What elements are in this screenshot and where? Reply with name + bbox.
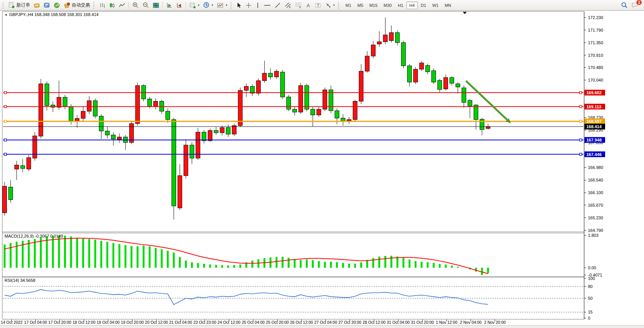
zoom-in-button[interactable]	[131, 1, 140, 10]
auto-trading-label: 自动交易	[72, 2, 90, 8]
candle	[401, 43, 406, 66]
new-chart-button[interactable]: ▾	[188, 1, 201, 10]
zoom-out-button[interactable]	[141, 1, 151, 10]
candle	[462, 88, 466, 102]
timeframe-button-d1[interactable]: D1	[418, 2, 429, 9]
svg-text:167.948: 167.948	[586, 138, 602, 142]
quotes-button[interactable]	[32, 1, 42, 10]
bar-chart-icon	[99, 2, 105, 8]
cursor-button[interactable]	[235, 1, 243, 10]
chart-header: ▼GBPJPY-,H4 168.348 168.508 168.301 168.…	[5, 12, 98, 17]
horizontal-line-button[interactable]	[262, 1, 272, 10]
candle	[220, 127, 224, 132]
text-label-button[interactable]: T	[313, 1, 323, 10]
text-button[interactable]: A	[304, 1, 313, 10]
notifications-button[interactable]: 1	[630, 1, 640, 10]
svg-text:21 Oct 04:00: 21 Oct 04:00	[169, 320, 192, 325]
timeframe-button-m1[interactable]: M1	[342, 2, 354, 9]
auto-scroll-button[interactable]	[165, 1, 174, 10]
candle	[244, 86, 249, 90]
svg-text:24 Oct 12:00: 24 Oct 12:00	[218, 320, 241, 325]
candle	[353, 101, 357, 119]
periods-caret: ▾	[212, 3, 213, 7]
candle	[419, 63, 424, 69]
auto-scroll-icon	[166, 2, 172, 8]
candle	[335, 111, 339, 118]
chart-shift-icon	[176, 2, 182, 8]
candle	[268, 73, 273, 77]
toolbar-grip[interactable]	[338, 2, 340, 9]
svg-text:F: F	[299, 6, 301, 9]
svg-text:27 Oct 20:00: 27 Oct 20:00	[339, 320, 361, 325]
new-order-icon	[8, 2, 15, 8]
trendline-button[interactable]	[273, 1, 282, 10]
candle	[99, 116, 103, 131]
tile-windows-button[interactable]	[151, 1, 161, 10]
candle	[190, 145, 194, 158]
crosshair-button[interactable]	[244, 1, 253, 10]
timeframe-button-m5[interactable]: M5	[354, 2, 366, 9]
hline-handle	[4, 139, 6, 141]
candle	[111, 135, 116, 139]
market-watch-button[interactable]	[42, 1, 51, 10]
candle	[389, 32, 393, 40]
candle	[3, 186, 7, 213]
signal-icon	[54, 2, 60, 8]
svg-text:167.446: 167.446	[586, 152, 602, 157]
candle	[456, 84, 460, 87]
candle	[75, 118, 79, 121]
hline-handle	[580, 120, 582, 122]
candle	[8, 187, 13, 199]
new-order-button[interactable]: 新订单	[7, 1, 32, 10]
candle	[226, 127, 230, 134]
arrows-button[interactable]: ▾	[324, 1, 336, 10]
svg-text:171.350: 171.350	[588, 40, 603, 45]
svg-text:100: 100	[588, 276, 595, 281]
toolbar-grip[interactable]	[3, 2, 5, 9]
candlestick-button[interactable]	[108, 1, 117, 10]
candle	[33, 136, 37, 158]
candle	[365, 56, 369, 71]
equidistant-channel-button[interactable]: E	[283, 1, 293, 10]
candle	[172, 119, 176, 206]
fibonacci-button[interactable]: F	[294, 1, 304, 10]
templates-button[interactable]: ▾	[215, 1, 229, 10]
toolbar-separator	[162, 2, 163, 9]
toolbar-separator	[128, 2, 129, 9]
timeframe-button-h1[interactable]: H1	[395, 2, 406, 9]
bar-chart-button[interactable]	[98, 1, 107, 10]
fibonacci-icon: F	[295, 2, 302, 8]
svg-text:E: E	[289, 6, 291, 8]
svg-text:170.480: 170.480	[588, 65, 603, 70]
periods-button[interactable]: ▾	[202, 1, 215, 10]
auto-trading-button[interactable]: 自动交易	[62, 1, 92, 10]
community-button[interactable]	[52, 1, 61, 10]
svg-text:1.803: 1.803	[588, 233, 599, 238]
candle	[39, 84, 43, 136]
timeframe-button-m30[interactable]: M30	[381, 2, 395, 9]
hline-handle	[580, 139, 582, 141]
search-button[interactable]	[619, 1, 629, 10]
hline-handle	[4, 153, 6, 156]
timeframe-button-m15[interactable]: M15	[366, 2, 381, 9]
candle	[311, 109, 315, 115]
candle	[262, 73, 267, 80]
chart-shift-button[interactable]	[175, 1, 184, 10]
svg-text:166.100: 166.100	[588, 190, 603, 195]
svg-text:14 Oct 2022: 14 Oct 2022	[1, 320, 22, 325]
toolbar-grip[interactable]	[93, 2, 96, 9]
candle	[256, 80, 260, 93]
tile-windows-icon	[153, 2, 159, 8]
templates-icon	[217, 2, 224, 8]
timeframe-button-w1[interactable]: W1	[429, 2, 442, 9]
vertical-line-button[interactable]	[254, 1, 262, 10]
candle	[21, 166, 25, 168]
timeframe-button-h4[interactable]: H4	[406, 2, 418, 9]
chart-canvas[interactable]: 172.230171.790171.350170.910170.480170.0…	[0, 11, 644, 328]
svg-text:80: 80	[588, 284, 593, 289]
svg-text:171.790: 171.790	[588, 28, 603, 32]
line-chart-button[interactable]	[117, 1, 127, 10]
rsi-label: RSI(14) 34.5658	[5, 278, 35, 283]
timeframe-button-mn[interactable]: MN	[442, 2, 454, 9]
toolbar-grip[interactable]	[231, 2, 233, 9]
